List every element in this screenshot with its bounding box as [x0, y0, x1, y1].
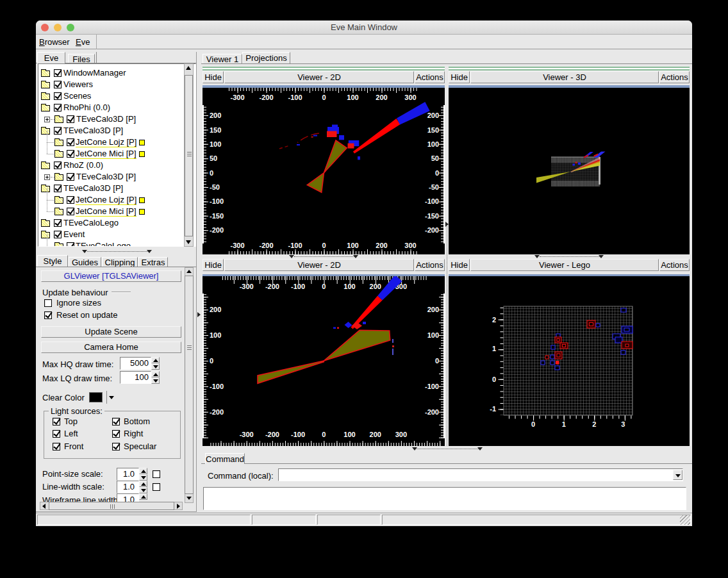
svg-text:0: 0: [531, 420, 535, 428]
svg-text:-200: -200: [259, 94, 273, 101]
svg-text:0: 0: [322, 94, 326, 101]
svg-text:-200: -200: [265, 283, 279, 290]
svg-text:0: 0: [210, 357, 213, 365]
svg-text:-300: -300: [230, 242, 244, 249]
svg-text:-100: -100: [288, 94, 302, 101]
svg-text:100: 100: [347, 94, 358, 101]
svg-text:100: 100: [427, 140, 439, 148]
svg-text:-100: -100: [425, 197, 439, 205]
svg-text:-200: -200: [210, 226, 224, 234]
svg-text:2: 2: [592, 420, 596, 428]
svg-text:0: 0: [210, 169, 213, 177]
svg-text:100: 100: [343, 431, 355, 438]
svg-text:0: 0: [322, 431, 326, 438]
svg-text:2: 2: [492, 316, 496, 324]
svg-text:-100: -100: [291, 431, 305, 438]
svg-text:200: 200: [210, 306, 221, 313]
svg-text:-200: -200: [259, 242, 273, 249]
svg-text:100: 100: [343, 283, 355, 290]
svg-text:-300: -300: [240, 283, 254, 290]
svg-text:1: 1: [492, 345, 496, 352]
svg-text:3: 3: [621, 420, 625, 428]
svg-text:-150: -150: [425, 212, 439, 220]
svg-text:200: 200: [427, 306, 439, 313]
svg-text:300: 300: [404, 242, 416, 249]
svg-text:100: 100: [210, 140, 221, 148]
svg-text:-200: -200: [265, 431, 279, 438]
svg-text:200: 200: [376, 242, 387, 249]
svg-text:-100: -100: [291, 283, 305, 290]
svg-text:150: 150: [210, 126, 221, 134]
svg-text:200: 200: [370, 431, 381, 438]
svg-text:-150: -150: [210, 212, 224, 220]
svg-text:-100: -100: [210, 383, 224, 390]
svg-text:-50: -50: [429, 183, 439, 191]
svg-text:200: 200: [210, 111, 221, 119]
svg-text:1: 1: [562, 420, 566, 428]
svg-text:-200: -200: [425, 226, 439, 234]
svg-text:-200: -200: [210, 408, 224, 416]
svg-text:200: 200: [370, 283, 381, 290]
svg-text:50: 50: [210, 154, 217, 162]
svg-text:0: 0: [435, 169, 439, 177]
svg-text:200: 200: [376, 94, 387, 101]
svg-text:100: 100: [347, 242, 358, 249]
svg-text:300: 300: [404, 94, 416, 101]
svg-text:0: 0: [322, 283, 326, 290]
svg-text:50: 50: [431, 154, 439, 162]
svg-text:-100: -100: [288, 242, 302, 249]
svg-text:-1: -1: [490, 405, 496, 413]
svg-text:0: 0: [435, 357, 439, 365]
svg-text:300: 300: [395, 431, 407, 438]
svg-text:200: 200: [427, 111, 439, 119]
svg-text:0: 0: [492, 376, 496, 383]
svg-text:-50: -50: [210, 183, 220, 191]
svg-text:-200: -200: [425, 408, 439, 416]
svg-text:100: 100: [427, 331, 439, 339]
svg-text:-100: -100: [425, 383, 439, 390]
svg-text:-300: -300: [240, 431, 254, 438]
svg-text:150: 150: [427, 126, 439, 134]
svg-text:-100: -100: [210, 197, 224, 205]
svg-text:-300: -300: [230, 94, 244, 101]
svg-text:100: 100: [210, 331, 221, 339]
svg-text:0: 0: [322, 242, 326, 249]
